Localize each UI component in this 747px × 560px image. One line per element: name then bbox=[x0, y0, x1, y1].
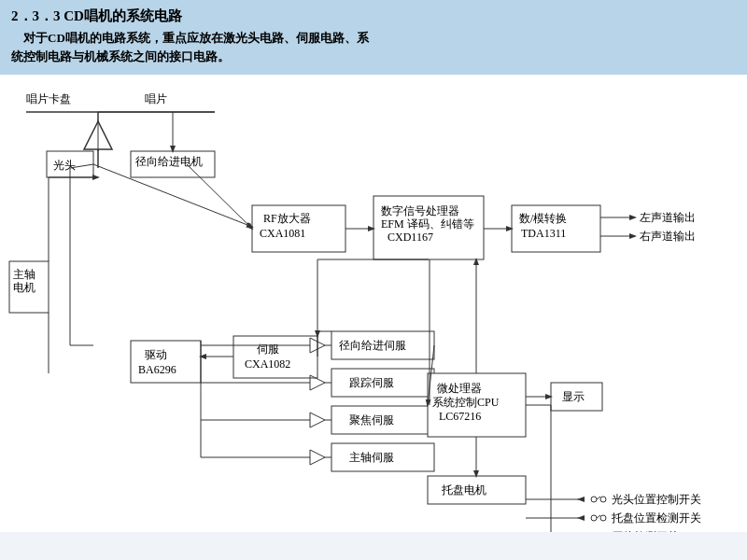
label-servo1: 伺服 bbox=[257, 343, 279, 356]
svg-point-26 bbox=[591, 497, 597, 502]
label-tracking-servo: 跟踪伺服 bbox=[349, 376, 394, 389]
label-switch1: 光头位置控制开关 bbox=[612, 493, 701, 506]
label-spindle-motor: 主轴 bbox=[13, 268, 35, 281]
label-servo2: CXA1082 bbox=[245, 357, 290, 371]
label-spindle-servo: 主轴伺服 bbox=[349, 451, 394, 464]
svg-line-27 bbox=[597, 497, 600, 499]
label-switch2: 托盘位置检测开关 bbox=[611, 511, 701, 525]
header-title: 2．3．3 CD唱机的系统电路 bbox=[11, 7, 736, 25]
label-right-out: 右声道输出 bbox=[640, 230, 696, 243]
label-mcu3: LC67216 bbox=[439, 410, 481, 423]
label-radial-motor: 径向给进电机 bbox=[135, 155, 203, 168]
label-display: 显示 bbox=[562, 390, 585, 403]
svg-line-31 bbox=[597, 515, 600, 518]
label-spindle-motor2: 电机 bbox=[13, 281, 35, 294]
label-dac2: TDA1311 bbox=[521, 227, 566, 240]
label-gh: 光头 bbox=[53, 159, 76, 172]
label-mcu1: 微处理器 bbox=[437, 382, 482, 395]
label-dac1: 数/模转换 bbox=[519, 212, 567, 225]
svg-line-38 bbox=[187, 164, 252, 229]
svg-point-28 bbox=[600, 497, 606, 502]
label-rf2: CXA1081 bbox=[260, 227, 305, 240]
svg-point-30 bbox=[591, 515, 597, 521]
header: 2．3．3 CD唱机的系统电路 对于CD唱机的电路系统，重点应放在激光头电路、伺… bbox=[0, 0, 747, 75]
svg-rect-14 bbox=[131, 341, 201, 383]
label-left-out: 左声道输出 bbox=[640, 211, 696, 224]
label-cd: 唱片 bbox=[145, 92, 167, 105]
label-dsp2: EFM 译码、纠错等 bbox=[381, 217, 474, 231]
label-radial-servo: 径向给进伺服 bbox=[339, 339, 406, 352]
label-drive1: 驱动 bbox=[145, 348, 167, 361]
svg-marker-53 bbox=[310, 450, 325, 465]
label-dsp1: 数字信号处理器 bbox=[381, 204, 459, 217]
svg-point-32 bbox=[600, 515, 606, 521]
label-drive2: BA6296 bbox=[138, 363, 176, 376]
label-focus-servo: 聚焦伺服 bbox=[349, 413, 394, 427]
diagram-area: 唱片卡盘 唱片 光头 光头 径向给进电机 主轴 电机 RF放大器 CXA1081… bbox=[0, 75, 747, 532]
header-desc: 对于CD唱机的电路系统，重点应放在激光头电路、伺服电路、系 统控制电路与机械系统… bbox=[11, 29, 736, 65]
label-cd-tray: 唱片卡盘 bbox=[26, 92, 71, 105]
label-switch3: 压片检测开关 bbox=[612, 530, 679, 532]
label-rf: RF放大器 bbox=[263, 212, 311, 225]
svg-marker-50 bbox=[310, 413, 325, 427]
label-dsp3: CXD1167 bbox=[388, 231, 433, 244]
label-tray-motor: 托盘电机 bbox=[441, 483, 486, 497]
label-mcu2: 系统控制CPU bbox=[432, 396, 500, 409]
